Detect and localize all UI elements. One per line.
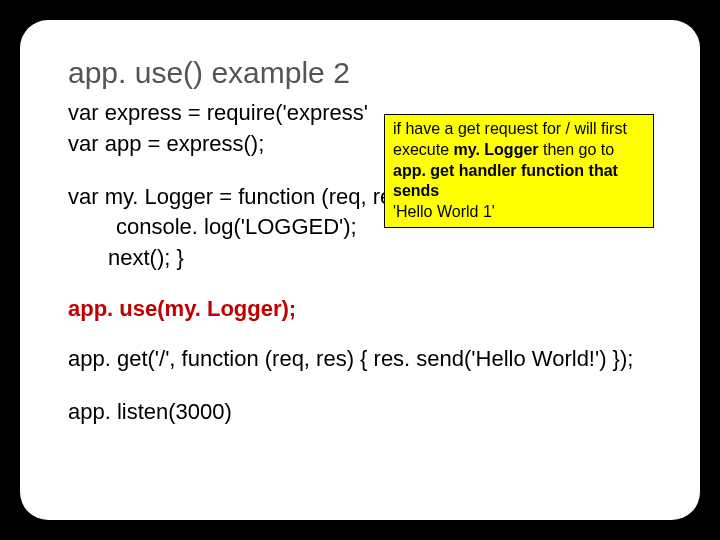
callout-text: then go to xyxy=(539,141,615,158)
code-block-3: app. get('/', function (req, res) { res.… xyxy=(68,344,652,375)
code-line: app. listen(3000) xyxy=(68,397,652,428)
slide-title: app. use() example 2 xyxy=(68,56,652,90)
code-line: next(); } xyxy=(68,243,652,274)
callout-text: 'Hello World 1' xyxy=(393,203,495,220)
code-highlight: app. use(my. Logger); xyxy=(68,296,652,322)
slide: app. use() example 2 var express = requi… xyxy=(20,20,700,520)
callout-bold: app. get handler function that sends xyxy=(393,162,618,200)
annotation-callout: if have a get request for / will first e… xyxy=(384,114,654,228)
code-line: app. get('/', function (req, res) { res.… xyxy=(68,344,652,375)
callout-bold: my. Logger xyxy=(453,141,538,158)
